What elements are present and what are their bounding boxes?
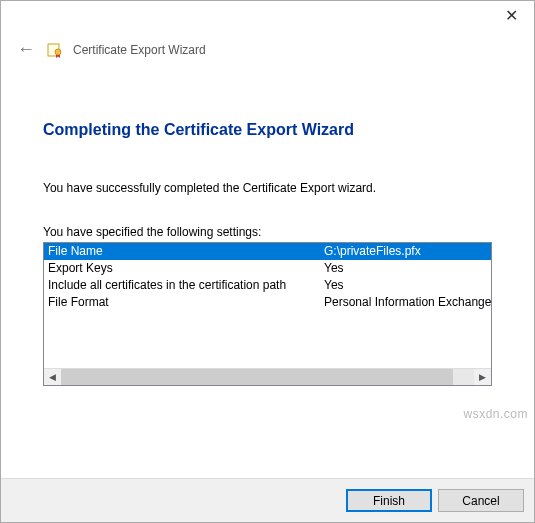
settings-label: You have specified the following setting… — [43, 225, 492, 239]
table-row[interactable]: Export KeysYes — [44, 260, 491, 277]
back-arrow-icon[interactable]: ← — [15, 39, 37, 60]
table-row[interactable]: File FormatPersonal Information Exchange… — [44, 294, 491, 311]
table-row[interactable]: File NameG:\privateFiles.pfx — [44, 243, 491, 260]
scroll-right-button[interactable]: ▶ — [474, 369, 491, 385]
setting-value: Yes — [320, 277, 491, 294]
certificate-icon — [47, 42, 63, 58]
wizard-header: ← Certificate Export Wizard — [1, 31, 534, 66]
finish-button[interactable]: Finish — [346, 489, 432, 512]
scrollbar-track[interactable] — [61, 369, 474, 385]
setting-key: File Name — [44, 243, 320, 260]
wizard-content: Completing the Certificate Export Wizard… — [1, 66, 534, 386]
scrollbar-thumb[interactable] — [61, 369, 453, 385]
settings-listview[interactable]: File NameG:\privateFiles.pfxExport KeysY… — [43, 242, 492, 386]
setting-key: Export Keys — [44, 260, 320, 277]
svg-point-1 — [55, 49, 61, 55]
chevron-right-icon: ▶ — [479, 372, 486, 382]
titlebar: ✕ — [1, 1, 534, 31]
success-text: You have successfully completed the Cert… — [43, 181, 492, 195]
table-row[interactable]: Include all certificates in the certific… — [44, 277, 491, 294]
horizontal-scrollbar[interactable]: ◀ ▶ — [44, 368, 491, 385]
wizard-title: Certificate Export Wizard — [73, 43, 206, 57]
page-heading: Completing the Certificate Export Wizard — [43, 121, 492, 139]
cancel-button[interactable]: Cancel — [438, 489, 524, 512]
listview-rows: File NameG:\privateFiles.pfxExport KeysY… — [44, 243, 491, 368]
close-icon: ✕ — [505, 6, 518, 25]
setting-value: Yes — [320, 260, 491, 277]
scroll-left-button[interactable]: ◀ — [44, 369, 61, 385]
setting-value: Personal Information Exchange (*.pfx) — [320, 294, 491, 311]
watermark: wsxdn.com — [463, 407, 528, 421]
close-button[interactable]: ✕ — [489, 1, 534, 29]
setting-value: G:\privateFiles.pfx — [320, 243, 491, 260]
wizard-footer: Finish Cancel — [1, 478, 534, 522]
setting-key: File Format — [44, 294, 320, 311]
chevron-left-icon: ◀ — [49, 372, 56, 382]
setting-key: Include all certificates in the certific… — [44, 277, 320, 294]
